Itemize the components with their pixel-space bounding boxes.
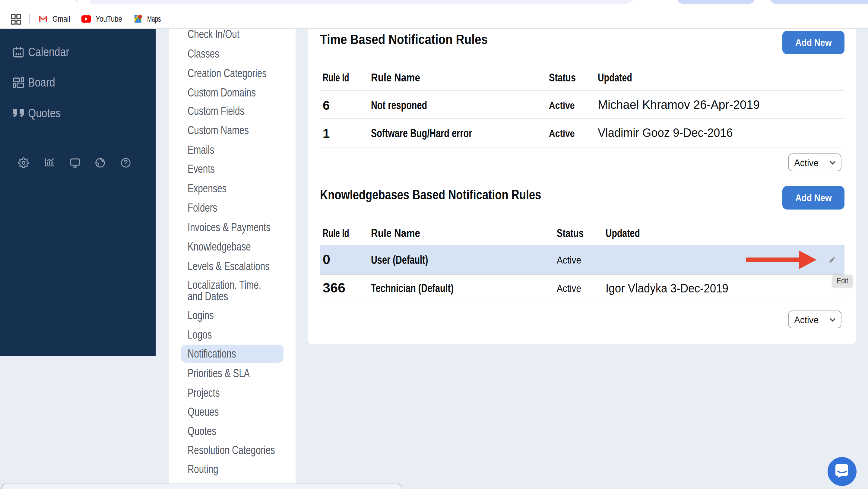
svg-text:G: G: [135, 15, 136, 18]
